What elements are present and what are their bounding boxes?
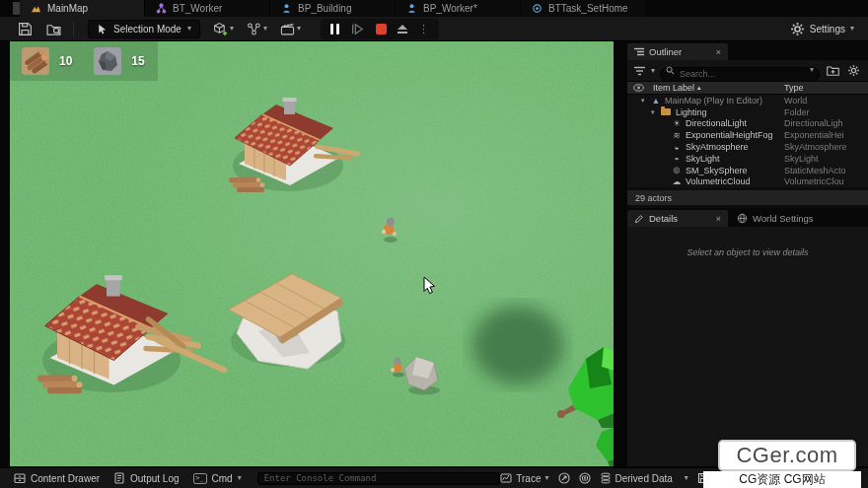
blueprints-button[interactable]: ▾ (247, 22, 267, 36)
expand-arrow[interactable]: ▾ (641, 97, 650, 105)
viewport[interactable]: 10 15 (10, 41, 614, 466)
content-drawer-button[interactable]: Content Drawer (14, 472, 100, 484)
tab-label: BT_Worker (173, 3, 222, 14)
outliner-row-skylight[interactable]: ◓ SkyLight SkyLight (627, 153, 868, 165)
add-actor-button[interactable]: ▾ (213, 22, 234, 36)
outliner-column-header[interactable]: Item Label ▴ Type (627, 81, 868, 95)
folder-icon (661, 108, 671, 115)
outliner-row-skysphere[interactable]: ◎ SM_SkySphere StaticMeshActo (627, 165, 868, 176)
filter-icon[interactable] (634, 66, 646, 76)
tab-bt-worker[interactable]: BT_Worker (145, 0, 270, 17)
chevron-down-icon[interactable]: ▾ (651, 67, 655, 75)
tab-world-settings[interactable]: World Settings (730, 210, 821, 227)
wood-resource: 10 (22, 47, 94, 75)
search-input[interactable] (660, 67, 820, 82)
chevron-down-icon: ▾ (544, 474, 548, 482)
outliner-status-bar: 29 actors (627, 190, 868, 205)
outliner-row-directionallight[interactable]: ☀ DirectionalLight DirectionalLigh (627, 118, 868, 130)
play-controls: ⋮ (321, 19, 439, 39)
actor-count: 29 actors (635, 193, 672, 203)
outliner-search: ▾ (660, 63, 820, 78)
tab-label: MainMap (47, 3, 88, 14)
outliner-row-mainmap[interactable]: ▾ ▲ MainMap (Play In Editor) World (627, 95, 868, 106)
search-icon (666, 66, 675, 75)
cmd-icon: >_ (193, 473, 207, 484)
world-settings-tab-label: World Settings (753, 213, 814, 224)
viewport-scene (10, 41, 614, 466)
create-folder-button[interactable] (825, 63, 840, 79)
chevron-down-icon[interactable]: ▾ (810, 65, 814, 74)
statusbar-right: Trace ▾ Derived Data ▾ 2 Un (500, 472, 734, 484)
tab-details[interactable]: Details × (627, 210, 728, 227)
save-icon[interactable] (18, 22, 33, 36)
cmd-dropdown[interactable]: >_ Cmd ▾ (193, 473, 242, 484)
chevron-down-icon: ▾ (187, 25, 191, 33)
settings-label: Settings (810, 24, 845, 35)
cinematics-button[interactable]: ▾ (280, 22, 301, 36)
eject-button[interactable] (398, 25, 407, 34)
details-tab-label: Details (649, 213, 678, 224)
chevron-down-icon: ▾ (238, 474, 242, 482)
resource-bar: 10 15 (10, 41, 158, 81)
tab-label: BTTask_SetHome (548, 3, 628, 14)
atmosphere-icon: ◒ (671, 143, 683, 152)
pause-button[interactable] (330, 24, 339, 35)
main-toolbar: Selection Mode ▾ ▾ ▾ ▾ ⋮ Settings ▾ (0, 17, 868, 41)
details-body: Select an object to view details (627, 227, 868, 466)
browse-content-icon[interactable] (46, 22, 61, 36)
watermark-title: CGer.com (736, 443, 837, 468)
clapperboard-icon (280, 22, 295, 36)
trace-icon (500, 472, 512, 484)
asset-tab-bar: MainMap BT_Worker BP_Building BP_Worker*… (0, 0, 868, 17)
content-drawer-icon (14, 472, 26, 484)
insights-icon[interactable] (558, 472, 570, 484)
outliner-tab-strip: Outliner × (627, 41, 868, 60)
tab-outliner[interactable]: Outliner × (627, 43, 728, 60)
selection-mode-dropdown[interactable]: Selection Mode ▾ (88, 20, 200, 38)
outliner-row-skyatmosphere[interactable]: ◒ SkyAtmosphere SkyAtmosphere (627, 141, 868, 153)
outliner-settings-button[interactable] (845, 63, 861, 79)
wood-count: 10 (59, 54, 72, 68)
tab-bp-building[interactable]: BP_Building (270, 0, 396, 17)
sphere-icon: ◎ (671, 166, 683, 174)
cursor-icon (97, 24, 108, 35)
eye-icon (633, 84, 644, 92)
outliner-row-lighting[interactable]: ▾ Lighting Folder (627, 106, 868, 118)
close-icon[interactable]: × (716, 47, 721, 57)
chevron-down-icon: ▾ (685, 474, 688, 482)
globe-icon (737, 213, 748, 224)
derived-data-dropdown[interactable]: Derived Data ▾ (600, 472, 688, 484)
tab-bttask-sethome[interactable]: BTTask_SetHome (521, 0, 646, 17)
frame-skip-button[interactable] (350, 22, 365, 36)
tab-bp-worker[interactable]: BP_Worker* (396, 0, 521, 17)
fog-icon: ≋ (671, 131, 683, 140)
folder-plus-icon (827, 65, 839, 76)
console-command-input[interactable] (257, 472, 500, 485)
close-icon[interactable]: × (716, 214, 721, 224)
world-icon: ▲ (650, 97, 662, 105)
chevron-down-icon: ▾ (263, 25, 267, 33)
column-type[interactable]: Type (784, 83, 804, 93)
expand-arrow[interactable]: ▾ (651, 108, 660, 116)
toolbar-divider (73, 22, 74, 36)
chevron-down-icon: ▾ (297, 25, 301, 33)
outliner-row-exponentialheightfog[interactable]: ≋ ExponentialHeightFog ExponentialHei (627, 129, 868, 141)
stone-resource: 15 (94, 47, 166, 75)
pencil-icon (634, 214, 644, 224)
sun-icon: ☀ (671, 119, 683, 128)
outliner-icon (634, 47, 644, 56)
tab-mainmap[interactable]: MainMap (20, 0, 145, 17)
settings-dropdown[interactable]: Settings ▾ (790, 22, 854, 36)
selection-mode-label: Selection Mode (113, 24, 181, 35)
stop-button[interactable] (376, 24, 387, 35)
details-empty-message: Select an object to view details (687, 247, 808, 257)
outliner-row-volumetriccloud[interactable]: ☁ VolumetricCloud VolumetricClou (627, 176, 868, 188)
screenshot-icon[interactable] (579, 472, 591, 484)
outliner-tree: ▾ ▲ MainMap (Play In Editor) World ▾ Lig… (627, 95, 868, 187)
unreal-editor-window: MainMap BT_Worker BP_Building BP_Worker*… (0, 0, 868, 488)
column-item-label[interactable]: Item Label (653, 83, 694, 93)
trace-dropdown[interactable]: Trace ▾ (500, 472, 548, 484)
outliner-toolbar: ▾ ▾ (627, 60, 868, 81)
more-options-icon[interactable]: ⋮ (418, 24, 429, 35)
output-log-button[interactable]: Output Log (113, 472, 179, 484)
